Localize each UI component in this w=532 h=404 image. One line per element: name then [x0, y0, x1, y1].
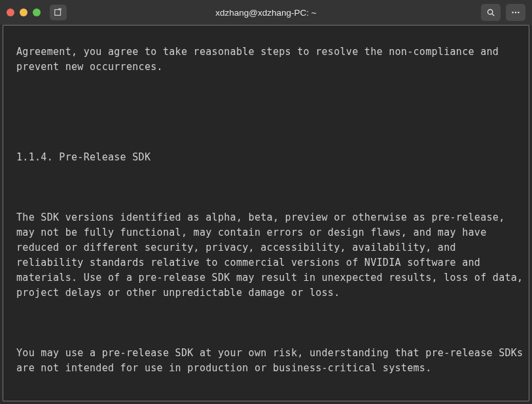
- window-title: xdzhang@xdzhang-PC: ~: [0, 8, 532, 18]
- svg-point-3: [488, 9, 492, 14]
- svg-point-7: [518, 12, 519, 13]
- eula-paragraph: Agreement, you agree to take reasonable …: [3, 45, 529, 75]
- header-right: [481, 4, 525, 21]
- search-icon: [486, 8, 495, 17]
- new-tab-button[interactable]: [50, 5, 67, 20]
- svg-point-6: [515, 12, 516, 13]
- terminal[interactable]: Agreement, you agree to take reasonable …: [3, 25, 529, 401]
- search-button[interactable]: [481, 4, 501, 21]
- close-icon[interactable]: [7, 9, 14, 16]
- titlebar: xdzhang@xdzhang-PC: ~: [0, 0, 532, 25]
- eula-section-heading: 1.1.4. Pre-Release SDK: [3, 150, 529, 165]
- eula-paragraph: The SDK versions identified as alpha, be…: [3, 210, 529, 301]
- window-controls: [7, 9, 41, 16]
- svg-rect-0: [55, 10, 61, 16]
- maximize-icon[interactable]: [33, 9, 41, 16]
- menu-button[interactable]: [506, 4, 525, 21]
- menu-icon: [511, 8, 520, 17]
- minimize-icon[interactable]: [20, 9, 27, 16]
- new-tab-icon: [54, 8, 63, 17]
- svg-line-4: [492, 14, 494, 16]
- svg-point-5: [512, 12, 513, 13]
- eula-paragraph: You may use a pre-release SDK at your ow…: [3, 346, 529, 376]
- terminal-output: Agreement, you agree to take reasonable …: [3, 29, 529, 401]
